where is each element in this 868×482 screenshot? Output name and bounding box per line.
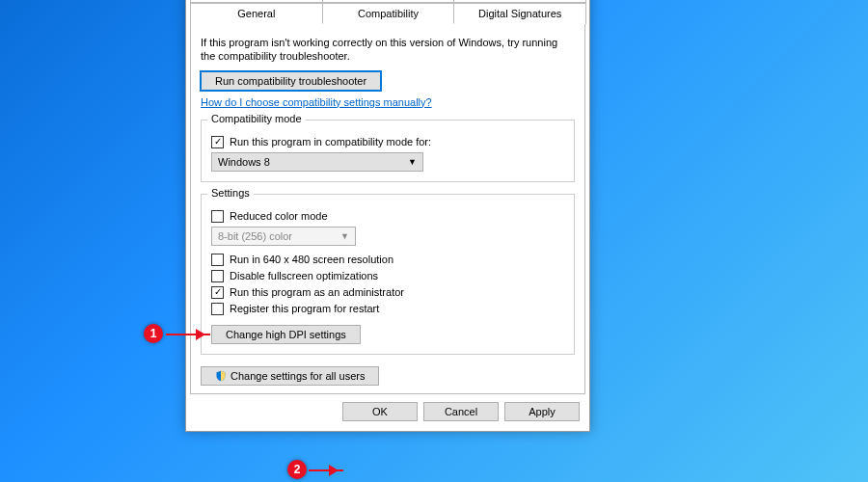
tab-strip: Security Details Previous Versions Gener… (186, 0, 589, 24)
annotation-arrow-2 (309, 469, 343, 471)
ok-button[interactable]: OK (342, 402, 418, 421)
reduced-color-checkbox[interactable]: Reduced color mode (211, 210, 564, 223)
tab-content: If this program isn't working correctly … (190, 24, 585, 394)
checkbox-icon (211, 210, 224, 223)
settings-group: Settings Reduced color mode 8-bit (256) … (201, 194, 575, 355)
compat-mode-label: Run this program in compatibility mode f… (230, 136, 431, 147)
tab-compatibility[interactable]: Compatibility (322, 3, 455, 24)
disable-fs-label: Disable fullscreen optimizations (230, 270, 378, 281)
compatibility-mode-group: Compatibility mode Run this program in c… (201, 120, 575, 182)
color-depth-select: 8-bit (256) color ▼ (211, 227, 356, 246)
tab-general[interactable]: General (190, 3, 323, 24)
run-admin-label: Run this program as an administrator (230, 286, 404, 298)
run-640-label: Run in 640 x 480 screen resolution (230, 254, 393, 265)
chevron-down-icon: ▼ (408, 157, 417, 167)
compat-os-value: Windows 8 (218, 156, 270, 168)
tab-digital-signatures[interactable]: Digital Signatures (453, 3, 586, 24)
annotation-arrow-1 (166, 334, 210, 335)
disable-fullscreen-checkbox[interactable]: Disable fullscreen optimizations (211, 270, 564, 282)
reduced-color-label: Reduced color mode (230, 210, 328, 222)
dialog-buttons: OK Cancel Apply (186, 394, 589, 431)
checkbox-icon (211, 286, 224, 299)
change-dpi-button[interactable]: Change high DPI settings (211, 325, 361, 344)
checkbox-icon (211, 254, 224, 266)
checkbox-icon (211, 136, 224, 148)
intro-text: If this program isn't working correctly … (201, 36, 575, 64)
run-troubleshooter-button[interactable]: Run compatibility troubleshooter (201, 71, 381, 91)
checkbox-icon (211, 303, 224, 315)
checkbox-icon (211, 270, 224, 282)
properties-dialog: Security Details Previous Versions Gener… (185, 0, 590, 432)
chevron-down-icon: ▼ (340, 231, 349, 241)
all-users-label: Change settings for all users (231, 370, 365, 382)
run-640x480-checkbox[interactable]: Run in 640 x 480 screen resolution (211, 254, 564, 266)
compat-mode-checkbox[interactable]: Run this program in compatibility mode f… (211, 136, 564, 148)
cancel-button[interactable]: Cancel (423, 402, 499, 421)
compat-legend: Compatibility mode (207, 113, 306, 124)
annotation-badge-2: 2 (287, 460, 307, 479)
apply-button[interactable]: Apply (504, 402, 580, 421)
color-depth-value: 8-bit (256) color (218, 230, 292, 242)
register-restart-label: Register this program for restart (230, 303, 379, 314)
annotation-badge-1: 1 (144, 324, 163, 343)
run-as-admin-checkbox[interactable]: Run this program as an administrator (211, 286, 564, 299)
register-restart-checkbox[interactable]: Register this program for restart (211, 303, 564, 315)
settings-legend: Settings (207, 187, 254, 199)
shield-icon (215, 370, 227, 382)
compat-os-select[interactable]: Windows 8 ▼ (211, 152, 423, 172)
manual-settings-link[interactable]: How do I choose compatibility settings m… (201, 96, 432, 108)
change-all-users-button[interactable]: Change settings for all users (201, 366, 379, 386)
